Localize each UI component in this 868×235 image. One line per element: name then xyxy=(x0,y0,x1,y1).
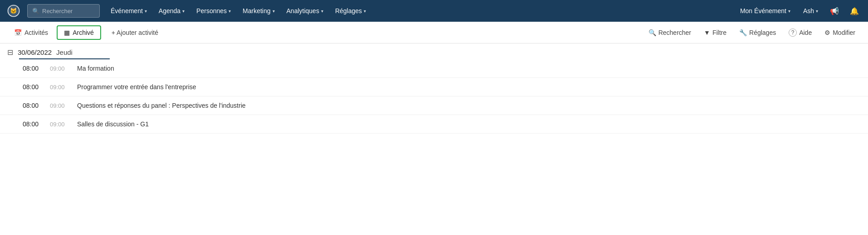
add-activity-button[interactable]: + Ajouter activité xyxy=(105,26,165,39)
calendar-icon: 📅 xyxy=(14,29,22,36)
table-icon: ▦ xyxy=(64,29,70,36)
search-icon: 🔍 xyxy=(32,8,39,14)
chevron-down-icon: ▾ xyxy=(364,9,366,14)
filter-icon: ▼ xyxy=(704,29,710,36)
chevron-down-icon: ▾ xyxy=(273,9,275,14)
activity-title: Ma formation xyxy=(77,65,861,72)
table-row[interactable]: 08:00 09:00 Salles de discussion - G1 xyxy=(0,115,868,134)
chevron-down-icon: ▾ xyxy=(182,9,185,14)
svg-text:🐱: 🐱 xyxy=(10,7,17,14)
app-logo[interactable]: 🐱 xyxy=(5,3,22,19)
help-button[interactable]: ? Aide xyxy=(783,26,817,39)
activity-title: Salles de discussion - G1 xyxy=(77,120,861,128)
time-end: 09:00 xyxy=(50,102,77,109)
nav-right: Mon Événement ▾ Ash ▾ 📢 🔔 xyxy=(736,4,863,18)
nav-item-marketing[interactable]: Marketing ▾ xyxy=(237,5,280,17)
search-placeholder: Rechercher xyxy=(42,8,73,14)
tab-archive[interactable]: ▦ Archivé xyxy=(57,25,101,40)
nav-item-analytiques[interactable]: Analytiques ▾ xyxy=(281,5,329,17)
chevron-down-icon: ▾ xyxy=(321,9,323,14)
chevron-down-icon: ▾ xyxy=(229,9,231,14)
chevron-down-icon: ▾ xyxy=(788,9,790,14)
help-icon: ? xyxy=(789,29,797,37)
time-start: 08:00 xyxy=(23,120,50,128)
notifications-megaphone-button[interactable]: 📢 xyxy=(826,4,843,18)
date-value: 30/06/2022 xyxy=(18,48,52,56)
time-end: 09:00 xyxy=(50,65,77,72)
time-end: 09:00 xyxy=(50,84,77,91)
search-icon: 🔍 xyxy=(649,29,656,36)
activity-title: Questions et réponses du panel : Perspec… xyxy=(77,102,861,109)
nav-item-personnes[interactable]: Personnes ▾ xyxy=(191,5,236,17)
nav-item-reglages[interactable]: Réglages ▾ xyxy=(330,5,371,17)
gear-icon: ⚙ xyxy=(824,29,830,36)
chevron-down-icon: ▾ xyxy=(145,9,147,14)
user-ash-button[interactable]: Ash ▾ xyxy=(799,5,823,17)
mon-evenement-button[interactable]: Mon Événement ▾ xyxy=(736,5,795,17)
time-start: 08:00 xyxy=(23,102,50,109)
tab-activities[interactable]: 📅 Activités xyxy=(7,26,55,39)
table-row[interactable]: 08:00 09:00 Programmer votre entrée dans… xyxy=(0,78,868,96)
nav-items: Événement ▾ Agenda ▾ Personnes ▾ Marketi… xyxy=(105,5,734,17)
wrench-icon: 🔧 xyxy=(739,29,747,36)
activity-title: Programmer votre entrée dans l'entrepris… xyxy=(77,83,861,91)
notifications-bell-button[interactable]: 🔔 xyxy=(846,4,863,18)
date-header: ⊟ 30/06/2022 Jeudi xyxy=(0,43,868,58)
table-row[interactable]: 08:00 09:00 Ma formation xyxy=(0,59,868,78)
search-input[interactable]: 🔍 Rechercher xyxy=(27,4,100,18)
day-name: Jeudi xyxy=(56,48,73,56)
nav-item-agenda[interactable]: Agenda ▾ xyxy=(153,5,190,17)
time-start: 08:00 xyxy=(23,83,50,91)
time-start: 08:00 xyxy=(23,65,50,72)
chevron-down-icon: ▾ xyxy=(816,9,818,14)
search-button[interactable]: 🔍 Rechercher xyxy=(643,26,697,39)
nav-item-evenement[interactable]: Événement ▾ xyxy=(105,5,152,17)
schedule-list: 08:00 09:00 Ma formation 08:00 09:00 Pro… xyxy=(0,59,868,134)
filter-button[interactable]: ▼ Filtre xyxy=(698,26,732,39)
toolbar: 📅 Activités ▦ Archivé + Ajouter activité… xyxy=(0,22,868,43)
collapse-button[interactable]: ⊟ xyxy=(7,48,13,57)
time-end: 09:00 xyxy=(50,121,77,128)
modify-button[interactable]: ⚙ Modifier xyxy=(819,26,861,39)
settings-button[interactable]: 🔧 Réglages xyxy=(734,26,781,39)
table-row[interactable]: 08:00 09:00 Questions et réponses du pan… xyxy=(0,96,868,115)
toolbar-right: 🔍 Rechercher ▼ Filtre 🔧 Réglages ? Aide … xyxy=(643,26,861,39)
